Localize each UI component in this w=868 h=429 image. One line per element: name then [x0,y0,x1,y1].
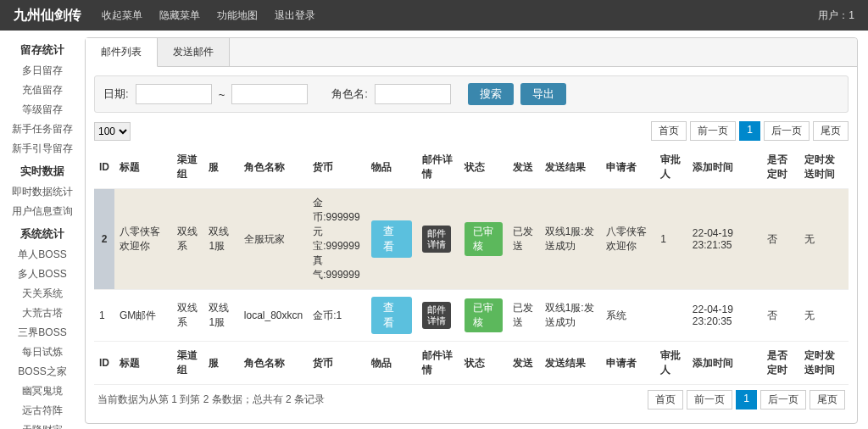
col-header: 发送 [508,342,540,385]
cell: 全服玩家 [239,189,308,290]
pager-prev[interactable]: 前一页 [687,390,732,410]
status-button[interactable]: 已审核 [465,222,504,256]
col-header: 是否定时 [762,146,799,189]
col-header: 服 [203,342,238,385]
table-row: 1GM邮件双线系双线1服local_80xkcn金币:1查看邮件详情已审核已发送… [94,290,849,342]
sidebar-item[interactable]: 新手任务留存 [0,120,85,139]
pager-prev[interactable]: 前一页 [690,121,736,141]
sidebar-item[interactable]: 天关系统 [0,284,85,304]
col-header: 物品 [366,146,417,189]
export-button[interactable]: 导出 [520,83,566,105]
sidebar-item[interactable]: 幽冥鬼境 [0,382,85,401]
sidebar-item[interactable]: 远古符阵 [0,401,85,421]
pager-next[interactable]: 后一页 [764,121,810,141]
date-from-input[interactable] [136,84,212,104]
sidebar-item[interactable]: 大荒古塔 [0,304,85,323]
col-header: 发送 [508,146,540,189]
sidebar: 留存统计多日留存充值留存等级留存新手任务留存新手引导留存实时数据即时数据统计用户… [0,31,85,429]
pager-next[interactable]: 后一页 [760,390,806,410]
nav-logout[interactable]: 退出登录 [275,8,315,23]
sidebar-item[interactable]: 单人BOSS [0,245,85,265]
cell: 2 [94,189,114,290]
col-header: 标题 [114,342,172,385]
tab-send-mail[interactable]: 发送邮件 [158,38,230,66]
sidebar-item[interactable]: 充值留存 [0,81,85,100]
cell: 已发送 [508,290,540,342]
cell: 无 [799,290,849,342]
cell: 无 [799,189,849,290]
sidebar-item[interactable]: 多人BOSS [0,265,85,284]
pager-last[interactable]: 尾页 [810,390,845,410]
pager-first[interactable]: 首页 [651,121,687,141]
toolbar-top: 100 首页 前一页 1 后一页 尾页 [94,121,849,141]
date-label: 日期: [103,86,129,102]
cell: 双线1服 [203,290,238,342]
pager-page-1[interactable]: 1 [736,390,757,410]
footer-bar: 当前数据为从第 1 到第 2 条数据；总共有 2 条记录 首页 前一页 1 后一… [94,385,849,415]
cell: 1 [94,290,114,342]
col-header: 定时发送时间 [799,342,849,385]
cell: 双线1服:发送成功 [540,290,601,342]
table-footer-row: ID标题渠道组服角色名称货币物品邮件详情状态发送发送结果申请者审批人添加时间是否… [94,342,849,385]
page-size-select[interactable]: 100 [94,122,131,141]
nav-collapse[interactable]: 收起菜单 [102,8,142,23]
cell: 八零侠客欢迎你 [114,189,172,290]
pager-bottom: 首页 前一页 1 后一页 尾页 [648,390,845,410]
sidebar-item[interactable]: 三界BOSS [0,323,85,343]
cell: 双线系 [172,189,204,290]
status-button[interactable]: 已审核 [465,298,504,332]
col-header: 定时发送时间 [799,146,849,189]
topbar: 九州仙剑传 收起菜单 隐藏菜单 功能地图 退出登录 用户：1 [0,0,868,31]
view-item-button[interactable]: 查看 [371,220,412,258]
sidebar-item[interactable]: 即时数据统计 [0,182,85,202]
col-header: 邮件详情 [417,146,459,189]
sidebar-item[interactable]: BOSS之家 [0,362,85,382]
sidebar-group-title: 系统统计 [0,226,85,242]
sidebar-item[interactable]: 等级留存 [0,100,85,120]
col-header: 服 [203,146,238,189]
col-header: 发送结果 [540,146,601,189]
cell [655,290,687,342]
col-header: 申请者 [601,342,656,385]
col-header: 邮件详情 [417,342,459,385]
sidebar-item[interactable]: 新手引导留存 [0,139,85,159]
filter-row: 日期: ~ 角色名: 搜索 导出 [94,75,849,113]
tab-mail-list[interactable]: 邮件列表 [86,38,158,67]
nav-map[interactable]: 功能地图 [217,8,258,23]
sidebar-item[interactable]: 每日试炼 [0,343,85,362]
col-header: 货币 [308,146,366,189]
mail-detail-button[interactable]: 邮件详情 [422,302,451,329]
view-item-button[interactable]: 查看 [371,297,412,334]
top-nav: 收起菜单 隐藏菜单 功能地图 退出登录 [102,8,315,23]
cell: local_80xkcn [239,290,308,342]
tabs: 邮件列表 发送邮件 [86,38,857,67]
col-header: 添加时间 [687,342,762,385]
mail-detail-button[interactable]: 邮件详情 [422,226,451,253]
pager-last[interactable]: 尾页 [813,121,849,141]
col-header: 状态 [459,146,509,189]
user-info: 用户：1 [818,8,854,23]
col-header: 申请者 [601,146,656,189]
date-to-input[interactable] [231,84,308,104]
pager-first[interactable]: 首页 [648,390,683,410]
sidebar-item[interactable]: 多日留存 [0,61,85,81]
cell: 已发送 [508,189,540,290]
sidebar-item[interactable]: 天降财宝 [0,421,85,429]
role-input[interactable] [375,84,451,104]
cell: 22-04-19 23:20:35 [687,290,762,342]
col-header: 审批人 [655,342,687,385]
mail-table: ID标题渠道组服角色名称货币物品邮件详情状态发送发送结果申请者审批人添加时间是否… [94,146,849,385]
cell: GM邮件 [114,290,172,342]
sidebar-item[interactable]: 用户信息查询 [0,202,85,221]
col-header: ID [94,146,114,189]
nav-hide[interactable]: 隐藏菜单 [159,8,200,23]
cell: 系统 [601,290,656,342]
cell: 22-04-19 23:21:35 [687,189,762,290]
search-button[interactable]: 搜索 [468,83,514,105]
col-header: 物品 [366,342,417,385]
cell: 双线1服:发送成功 [540,189,601,290]
cell: 金币:1 [308,290,366,342]
col-header: 货币 [308,342,366,385]
pager-page-1[interactable]: 1 [739,121,760,141]
tilde: ~ [219,88,225,101]
